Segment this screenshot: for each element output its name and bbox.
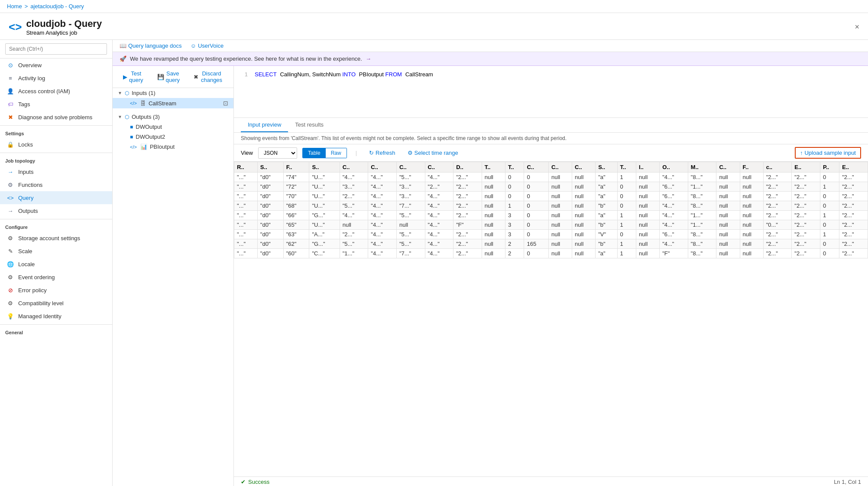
uservoice-link[interactable]: ☺ UserVoice [191, 42, 224, 49]
tab-input-preview[interactable]: Input preview [241, 118, 288, 132]
status-text: Success [248, 479, 269, 485]
sidebar-item-managed-identity[interactable]: 💡 Managed Identity [0, 310, 112, 323]
notice-arrow[interactable]: → [366, 55, 371, 62]
sidebar-item-error-policy[interactable]: ⊘ Error policy [0, 284, 112, 297]
table-row: "...""d0""70""U...""2...""4...""3...""4.… [234, 192, 868, 201]
sidebar-item-label: Locale [18, 261, 35, 267]
breadcrumb-home[interactable]: Home [7, 3, 22, 10]
sidebar-item-event-ordering[interactable]: ⚙ Event ordering [0, 271, 112, 284]
code-editor[interactable]: 1 SELECT CallingNum, SwitchNum INTO PBIo… [234, 66, 868, 118]
access-control-icon: 👤 [7, 88, 14, 95]
table-cell: null [716, 230, 740, 239]
table-cell: null [740, 211, 763, 220]
sidebar-item-compatibility[interactable]: ⚙ Compatibility level [0, 297, 112, 310]
column-header: C.. [548, 162, 572, 173]
outputs-node-icon: ⬡ [125, 114, 129, 120]
table-cell: null [636, 211, 660, 220]
table-cell: 0 [617, 192, 636, 201]
search-input[interactable] [5, 43, 107, 55]
table-cell: "66" [283, 211, 309, 220]
table-cell: null [636, 239, 660, 249]
table-cell: "d0" [257, 173, 283, 182]
toggle-table-button[interactable]: Table [303, 148, 326, 158]
dwoutput2-label: DWOutput2 [136, 134, 165, 140]
callstream-node[interactable]: </> 🗄 CallStream ⊡ [113, 98, 233, 108]
table-cell: 2 [505, 239, 524, 249]
table-cell: "2..." [763, 230, 792, 239]
select-time-range-button[interactable]: ⚙ Select time range [404, 148, 462, 158]
table-cell: "..." [234, 173, 258, 182]
tab-test-results[interactable]: Test results [288, 118, 330, 132]
column-header: M.. [688, 162, 716, 173]
sidebar-item-tags[interactable]: 🏷 Tags [0, 98, 112, 111]
dwoutput-node[interactable]: ■ DWOutput [113, 122, 233, 132]
status-success: ✔ Success [241, 479, 269, 485]
inputs-tree-node[interactable]: ▼ ⬡ Inputs (1) [113, 88, 233, 98]
header-icon: <> [9, 20, 22, 34]
sidebar-item-label: Activity log [18, 75, 45, 82]
sidebar-item-functions[interactable]: ⚙ Functions [0, 178, 112, 191]
table-cell: null [636, 173, 660, 182]
table-cell: "4..." [368, 220, 397, 230]
table-row: "...""d0""65""U..."null"4..."null"4...""… [234, 220, 868, 230]
sidebar-item-storage-account[interactable]: ⚙ Storage account settings [0, 232, 112, 245]
table-cell: "2..." [839, 211, 868, 220]
sidebar-item-locale[interactable]: 🌐 Locale [0, 258, 112, 271]
table-cell: "d0" [257, 220, 283, 230]
callstream-label: CallStream [149, 100, 176, 107]
table-cell: "4..." [660, 239, 688, 249]
column-header: T.. [482, 162, 505, 173]
table-cell: "b" [596, 239, 617, 249]
sidebar-item-query[interactable]: <> Query [0, 191, 112, 204]
sidebar-item-outputs[interactable]: → Outputs [0, 204, 112, 217]
sidebar-item-label: Outputs [18, 208, 38, 214]
table-cell: "G..." [309, 239, 340, 249]
pbioutput-code-icon: </> [130, 144, 137, 150]
save-query-button[interactable]: 💾 Save query [154, 68, 184, 85]
test-query-button[interactable]: ▶ Test query [120, 68, 147, 85]
sidebar-item-scale[interactable]: ✎ Scale [0, 245, 112, 258]
refresh-button[interactable]: ↻ Refresh [366, 148, 399, 158]
page-subtitle: Stream Analytics job [26, 29, 102, 36]
sidebar-item-locks[interactable]: 🔒 Locks [0, 138, 112, 151]
sidebar-item-inputs[interactable]: → Inputs [0, 165, 112, 178]
pbioutput-node[interactable]: </> 📊 PBIoutput [113, 142, 233, 152]
view-format-select[interactable]: JSON CSV AVRO [258, 147, 297, 159]
table-cell: null [572, 239, 596, 249]
sidebar-item-label: Functions [18, 182, 42, 188]
outputs-tree-node[interactable]: ▼ ⬡ Outputs (3) [113, 112, 233, 122]
table-cell: "d0" [257, 182, 283, 192]
job-topology-section-label: Job topology [0, 155, 112, 165]
close-button[interactable]: × [855, 23, 859, 32]
table-cell: "1..." [688, 211, 716, 220]
query-icon: <> [7, 194, 14, 201]
sidebar-item-access-control[interactable]: 👤 Access control (IAM) [0, 85, 112, 98]
dwoutput2-node[interactable]: ■ DWOutput2 [113, 132, 233, 142]
sidebar-item-label: Scale [18, 248, 32, 254]
query-lang-docs-link[interactable]: 📖 Query language docs [120, 42, 182, 49]
outputs-node-label: Outputs (3) [132, 114, 160, 120]
sidebar-item-overview[interactable]: ⊙ Overview [0, 59, 112, 72]
save-icon: 💾 [157, 74, 164, 80]
sidebar: ⊙ Overview ≡ Activity log 👤 Access contr… [0, 40, 113, 486]
sidebar-item-activity-log[interactable]: ≡ Activity log [0, 72, 112, 85]
sidebar-item-diagnose[interactable]: ✖ Diagnose and solve problems [0, 111, 112, 124]
test-query-label: Test query [129, 70, 143, 83]
upload-sample-input-button[interactable]: ↑ Upload sample input [795, 147, 861, 159]
table-cell: "V" [596, 230, 617, 239]
column-header: O.. [660, 162, 688, 173]
table-cell: null [548, 173, 572, 182]
table-cell: "2..." [425, 182, 453, 192]
toggle-raw-button[interactable]: Raw [326, 148, 347, 158]
table-cell: "4..." [368, 211, 397, 220]
overview-icon: ⊙ [7, 62, 14, 68]
content-area: 📖 Query language docs ☺ UserVoice 🚀 We h… [113, 40, 868, 486]
table-cell: "8..." [688, 230, 716, 239]
table-cell: "4..." [660, 201, 688, 211]
table-cell: "7..." [396, 201, 425, 211]
discard-changes-button[interactable]: ✖ Discard changes [190, 68, 227, 85]
table-cell: "8..." [688, 249, 716, 258]
table-cell: 0 [524, 211, 549, 220]
results-panel: Input preview Test results Showing event… [234, 118, 868, 486]
managed-identity-icon: 💡 [7, 313, 14, 320]
